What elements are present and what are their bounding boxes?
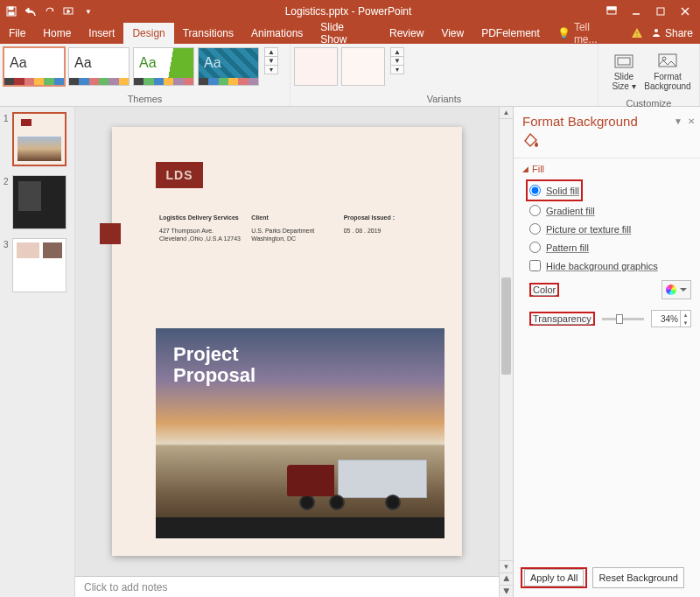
tab-transitions[interactable]: Transitions [174, 23, 242, 44]
theme-option-3[interactable]: Aa [133, 47, 194, 86]
svg-rect-2 [9, 12, 14, 15]
window-controls [597, 5, 700, 18]
title-bar: ▼ Logistics.pptx - PowerPoint [0, 0, 700, 23]
fill-section-header[interactable]: ◢ Fill [514, 158, 700, 179]
more-icon[interactable]: ▾ [265, 66, 277, 74]
color-swatch-icon [666, 284, 676, 295]
next-slide-icon[interactable]: ⯆ [500, 585, 513, 597]
fill-bucket-icon[interactable] [522, 140, 540, 152]
canvas-scrollbar[interactable]: ▲ ▼ ⯅ ⯆ [499, 107, 513, 597]
transparency-spinner[interactable]: 34%▲▼ [651, 310, 691, 327]
minimize-icon[interactable] [630, 5, 642, 18]
scrollbar-thumb[interactable] [501, 277, 511, 375]
client-line: Washington, DC [251, 235, 343, 242]
ribbon-display-options-icon[interactable] [606, 5, 618, 18]
prev-slide-icon[interactable]: ⯅ [500, 572, 513, 585]
svg-point-12 [654, 29, 658, 32]
slide-size-button[interactable]: Slide Size ▾ [602, 47, 646, 96]
themes-gallery-scroll[interactable]: ▲▼▾ [264, 47, 278, 74]
svg-rect-14 [618, 58, 630, 65]
ribbon-group-label: Variants [294, 92, 594, 106]
scroll-down-icon[interactable]: ▼ [500, 560, 513, 572]
down-arrow-icon[interactable]: ▼ [265, 57, 277, 66]
client-line: U.S. Parks Department [251, 228, 343, 234]
close-pane-icon[interactable]: ✕ [688, 116, 695, 126]
theme-option-4[interactable]: Aa [198, 47, 259, 86]
task-pane-options-icon[interactable]: ▼ [674, 116, 682, 126]
tab-animations[interactable]: Animations [242, 23, 312, 44]
proposal-heading: Proposal Issued : [344, 214, 436, 221]
svg-rect-5 [607, 7, 616, 10]
tab-file[interactable]: File [0, 23, 34, 44]
up-arrow-icon[interactable]: ▲ [265, 48, 277, 57]
decrement-icon[interactable]: ▼ [681, 319, 690, 327]
fill-options: Solid fill Gradient fill Picture or text… [514, 179, 700, 275]
svg-rect-7 [657, 8, 664, 15]
notes-pane[interactable]: Click to add notes [75, 576, 499, 597]
increment-icon[interactable]: ▲ [681, 311, 690, 319]
thumbnail-number: 2 [4, 175, 12, 186]
maximize-icon[interactable] [654, 5, 667, 18]
truck-graphic [287, 460, 427, 521]
variants-gallery-scroll[interactable]: ▲▼▾ [390, 47, 404, 74]
tab-home[interactable]: Home [34, 23, 80, 44]
lightbulb-icon: 💡 [557, 27, 570, 39]
color-picker-button[interactable] [662, 280, 691, 299]
redo-icon[interactable] [44, 5, 56, 18]
start-from-beginning-icon[interactable] [63, 5, 75, 18]
warning-icon[interactable] [630, 26, 644, 40]
window-title: Logistics.pptx - PowerPoint [100, 5, 597, 18]
slide-info-row: Logistics Delivery Services 427 Thompson… [159, 214, 436, 243]
slide-thumbnail-3[interactable] [12, 238, 66, 292]
transparency-slider[interactable] [602, 313, 644, 325]
theme-option-2[interactable]: Aa [68, 47, 130, 86]
tab-review[interactable]: Review [381, 23, 432, 44]
company-name: Logistics Delivery Services [159, 214, 251, 221]
gradient-fill-radio[interactable]: Gradient fill [529, 201, 691, 220]
save-icon[interactable] [5, 5, 18, 18]
ribbon-group-variants: ▲▼▾ Variants [290, 44, 598, 106]
ribbon-group-themes: Aa Aa Aa Aa ▲▼▾ Themes [0, 44, 290, 106]
color-label: Color [533, 284, 556, 295]
close-icon[interactable] [679, 5, 691, 18]
pane-header: Format Background ▼ ✕ [514, 107, 700, 130]
tab-design[interactable]: Design [123, 23, 173, 44]
slide-thumbnail-1[interactable] [12, 112, 66, 166]
tab-insert[interactable]: Insert [80, 23, 123, 44]
tab-view[interactable]: View [432, 23, 472, 44]
pane-footer: Apply to All Reset Background [514, 560, 700, 597]
slide-thumbnail-2[interactable] [12, 175, 66, 229]
undo-icon[interactable] [24, 5, 37, 18]
solid-fill-radio[interactable]: Solid fill [529, 181, 579, 200]
up-arrow-icon[interactable]: ▲ [391, 48, 403, 57]
quick-access-toolbar: ▼ [0, 5, 100, 18]
hide-background-checkbox[interactable]: Hide background graphics [529, 256, 691, 275]
tab-slideshow[interactable]: Slide Show [312, 23, 381, 44]
scroll-up-icon[interactable]: ▲ [500, 107, 513, 119]
slide-canvas[interactable]: LDS Logistics Delivery Services 427 Thom… [112, 127, 462, 556]
tab-pdfelement[interactable]: PDFelement [472, 23, 549, 44]
logo-box: LDS [156, 162, 203, 188]
format-background-icon [657, 53, 678, 70]
hero-image: Project Proposal [156, 328, 444, 538]
format-background-pane: Format Background ▼ ✕ ◢ Fill Solid fill … [513, 107, 700, 597]
proposal-date: 05 . 08 . 2019 [344, 228, 436, 234]
svg-point-11 [636, 35, 638, 37]
variant-option-2[interactable] [341, 47, 385, 86]
picture-fill-radio[interactable]: Picture or texture fill [529, 220, 691, 238]
qat-dropdown-icon[interactable]: ▼ [82, 5, 94, 18]
down-arrow-icon[interactable]: ▼ [391, 57, 403, 66]
format-background-button[interactable]: Format Background [646, 47, 690, 96]
share-button[interactable]: Share [644, 27, 700, 40]
svg-point-16 [662, 57, 666, 60]
apply-to-all-button[interactable]: Apply to All [524, 569, 584, 586]
theme-option-1[interactable]: Aa [4, 47, 65, 86]
share-icon [651, 27, 662, 40]
client-heading: Client [251, 214, 343, 221]
pattern-fill-radio[interactable]: Pattern fill [529, 238, 691, 256]
ribbon: Aa Aa Aa Aa ▲▼▾ Themes ▲▼▾ Variants Slid… [0, 44, 700, 107]
more-icon[interactable]: ▾ [391, 66, 403, 74]
tell-me[interactable]: 💡Tell me... [549, 23, 623, 44]
reset-background-button[interactable]: Reset Background [592, 567, 684, 588]
variant-option-1[interactable] [294, 47, 338, 86]
